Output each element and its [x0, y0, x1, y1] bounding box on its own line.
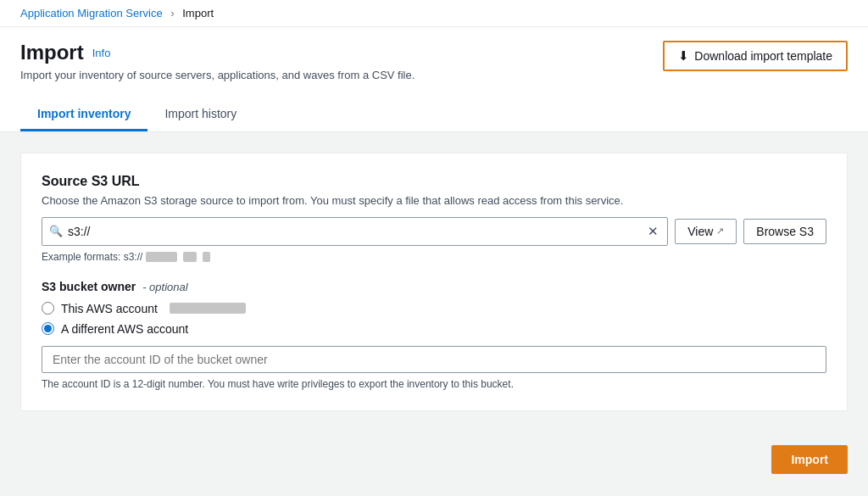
breadcrumb: Application Migration Service › Import [0, 0, 868, 27]
s3-url-input[interactable] [68, 225, 646, 238]
s3-owner-section: S3 bucket owner - optional This AWS acco… [42, 280, 826, 390]
s3-owner-title: S3 bucket owner - optional [42, 280, 826, 293]
radio-different-account-label: A different AWS account [61, 322, 188, 336]
info-link[interactable]: Info [92, 47, 111, 59]
breadcrumb-service-link[interactable]: Application Migration Service [20, 7, 163, 20]
import-button[interactable]: Import [771, 445, 848, 474]
blurred-example-1 [146, 252, 177, 262]
download-icon: ⬇ [678, 48, 689, 64]
example-format: Example formats: s3:// [42, 251, 826, 263]
radio-this-account[interactable]: This AWS account [42, 302, 826, 315]
blurred-example-2 [183, 252, 196, 262]
radio-different-account-input[interactable] [42, 322, 54, 335]
account-id-hint: The account ID is a 12-digit number. You… [42, 378, 826, 390]
breadcrumb-separator: › [170, 7, 174, 20]
tab-import-inventory[interactable]: Import inventory [20, 98, 147, 131]
blurred-example-3 [203, 252, 210, 262]
breadcrumb-current-page: Import [182, 7, 214, 20]
main-content: Source S3 URL Choose the Amazon S3 stora… [0, 132, 868, 445]
s3-owner-title-text: S3 bucket owner [42, 280, 136, 293]
source-s3-title: Source S3 URL [42, 174, 826, 189]
radio-this-account-input[interactable] [42, 302, 54, 315]
page-title: Import [20, 41, 84, 65]
radio-this-account-label: This AWS account [61, 302, 158, 315]
page-subtitle: Import your inventory of source servers,… [20, 69, 415, 81]
search-icon: 🔍 [49, 225, 63, 237]
s3-url-input-row: 🔍 ✕ View ↗ Browse S3 [42, 217, 826, 246]
view-btn-label: View [687, 225, 713, 238]
this-account-sub-text [170, 303, 246, 314]
s3-url-input-wrapper: 🔍 ✕ [42, 217, 668, 246]
footer-row: Import [0, 445, 868, 494]
radio-different-account[interactable]: A different AWS account [42, 322, 826, 336]
tabs-row: Import inventory Import history [20, 98, 848, 131]
tab-import-history[interactable]: Import history [147, 98, 253, 131]
radio-group-account: This AWS account A different AWS account [42, 302, 826, 336]
page-header: Import Info Import your inventory of sou… [0, 27, 868, 132]
view-button[interactable]: View ↗ [675, 219, 737, 244]
external-link-icon: ↗ [716, 226, 724, 237]
optional-label: - optional [142, 281, 187, 293]
download-btn-label: Download import template [694, 49, 832, 63]
account-id-input[interactable] [42, 346, 826, 373]
source-s3-description: Choose the Amazon S3 storage source to i… [42, 194, 826, 207]
clear-input-button[interactable]: ✕ [646, 225, 660, 237]
download-template-button[interactable]: ⬇ Download import template [663, 41, 848, 71]
browse-s3-button[interactable]: Browse S3 [743, 219, 826, 244]
source-s3-card: Source S3 URL Choose the Amazon S3 stora… [20, 153, 848, 411]
